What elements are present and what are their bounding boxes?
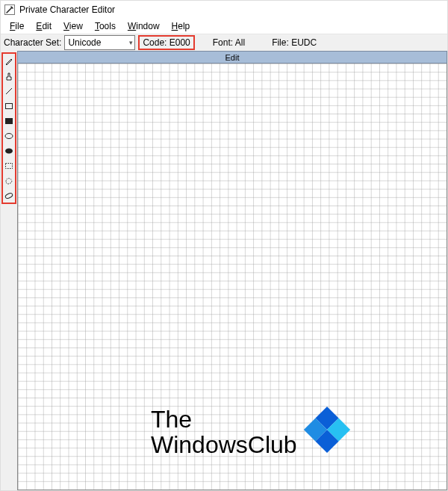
workspace: Edit The WindowsClub <box>1 51 447 490</box>
rect-filled-icon <box>4 116 14 126</box>
select-rect-icon <box>4 161 14 171</box>
brush-icon <box>4 71 14 81</box>
app-icon <box>4 4 16 16</box>
canvas-header[interactable]: Edit <box>17 51 447 64</box>
ellipse-filled-tool[interactable] <box>4 144 14 157</box>
svg-point-7 <box>4 192 13 199</box>
eraser-icon <box>4 191 14 201</box>
menu-window[interactable]: Window <box>122 19 166 33</box>
titlebar: Private Character Editor <box>1 1 447 19</box>
select-rect-tool[interactable] <box>4 159 14 172</box>
svg-rect-9 <box>18 64 447 490</box>
rect-filled-tool[interactable] <box>4 114 14 127</box>
toolbox <box>1 52 16 204</box>
svg-line-1 <box>6 88 12 94</box>
charset-value: Unicode <box>68 37 101 48</box>
rect-outline-tool[interactable] <box>4 99 14 112</box>
pencil-tool[interactable] <box>4 55 14 67</box>
rect-outline-icon <box>4 101 14 111</box>
ellipse-filled-icon <box>4 146 14 156</box>
charset-label: Character Set: <box>1 37 64 48</box>
menu-tools[interactable]: Tools <box>89 19 122 33</box>
edit-grid[interactable]: The WindowsClub <box>17 64 447 490</box>
menu-file[interactable]: File <box>4 19 30 33</box>
svg-rect-2 <box>6 103 13 108</box>
brush-tool[interactable] <box>4 70 14 82</box>
code-label: Code: E000 <box>143 37 190 48</box>
app-window: Private Character Editor File Edit View … <box>0 0 448 491</box>
svg-rect-3 <box>5 118 13 124</box>
tool-column <box>1 51 17 490</box>
file-label: File: EUDC <box>269 37 320 48</box>
select-free-icon <box>4 176 14 186</box>
canvas-header-label: Edit <box>225 53 240 62</box>
ellipse-outline-icon <box>4 131 14 141</box>
chevron-down-icon: ▾ <box>129 39 133 46</box>
charset-dropdown[interactable]: Unicode ▾ <box>64 35 135 50</box>
grid-lines <box>18 64 447 490</box>
svg-point-4 <box>5 133 13 138</box>
font-label: Font: All <box>210 37 248 48</box>
line-icon <box>4 86 14 96</box>
svg-point-5 <box>5 148 13 153</box>
pencil-icon <box>4 56 14 67</box>
svg-rect-6 <box>6 163 13 168</box>
line-tool[interactable] <box>4 84 14 97</box>
code-box: Code: E000 <box>138 35 194 50</box>
menubar: File Edit View Tools Window Help <box>1 19 447 34</box>
canvas-wrap: Edit The WindowsClub <box>17 51 447 490</box>
window-title: Private Character Editor <box>19 4 115 15</box>
infobar: Character Set: Unicode ▾ Code: E000 Font… <box>1 34 447 51</box>
menu-view[interactable]: View <box>57 19 89 33</box>
menu-edit[interactable]: Edit <box>30 19 57 33</box>
select-free-tool[interactable] <box>4 174 14 187</box>
menu-help[interactable]: Help <box>166 19 196 33</box>
eraser-tool[interactable] <box>4 189 14 202</box>
ellipse-outline-tool[interactable] <box>4 129 14 142</box>
